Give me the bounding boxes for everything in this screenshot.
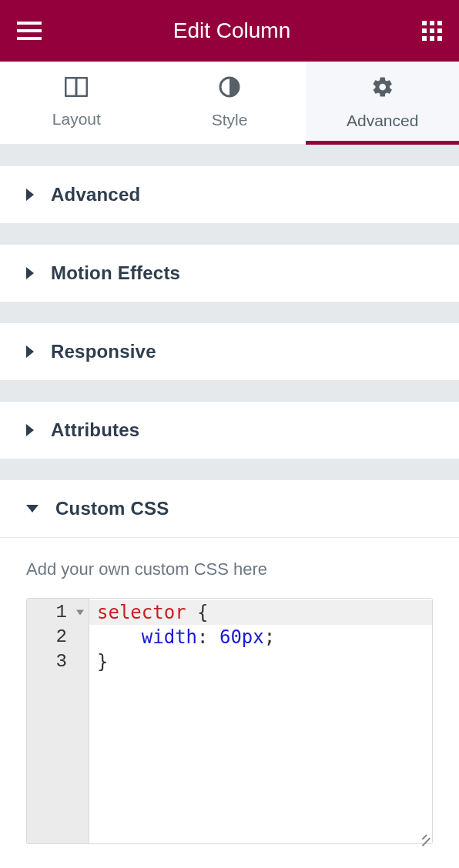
layout-icon bbox=[65, 77, 88, 101]
tab-style[interactable]: Style bbox=[153, 62, 307, 144]
section-gap bbox=[0, 302, 459, 323]
section-custom-css[interactable]: Custom CSS bbox=[0, 480, 459, 537]
svg-rect-3 bbox=[422, 21, 427, 25]
svg-rect-6 bbox=[422, 28, 427, 33]
tab-advanced[interactable]: Advanced bbox=[306, 62, 459, 144]
code-token-brace: { bbox=[186, 602, 209, 623]
svg-rect-0 bbox=[17, 22, 42, 25]
custom-css-panel: Add your own custom CSS here 1 2 3 selec… bbox=[0, 538, 459, 844]
section-title: Custom CSS bbox=[55, 498, 169, 519]
gutter-line: 3 bbox=[27, 649, 89, 674]
svg-rect-8 bbox=[437, 28, 442, 33]
panel-header: Edit Column bbox=[0, 0, 459, 62]
svg-rect-4 bbox=[430, 21, 434, 25]
section-gap bbox=[0, 459, 459, 480]
svg-rect-11 bbox=[437, 36, 442, 41]
gutter-line: 1 bbox=[27, 600, 89, 625]
section-title: Advanced bbox=[51, 184, 140, 205]
svg-rect-7 bbox=[430, 28, 434, 33]
code-area[interactable]: selector { width: 60px; } bbox=[89, 599, 432, 843]
style-icon bbox=[219, 76, 240, 102]
tab-layout[interactable]: Layout bbox=[0, 62, 153, 144]
code-token-brace: } bbox=[97, 651, 108, 673]
code-gutter: 1 2 3 bbox=[27, 599, 89, 843]
tab-label: Advanced bbox=[347, 112, 418, 130]
section-title: Responsive bbox=[51, 341, 156, 362]
tab-bar: Layout Style Advanced bbox=[0, 62, 459, 145]
code-indent bbox=[97, 626, 142, 648]
section-title: Attributes bbox=[51, 419, 139, 441]
code-token-property: width bbox=[142, 626, 197, 648]
chevron-right-icon bbox=[26, 346, 34, 358]
section-responsive[interactable]: Responsive bbox=[0, 323, 459, 380]
section-gap bbox=[0, 380, 459, 402]
custom-css-editor[interactable]: 1 2 3 selector { width: 60px; } bbox=[26, 598, 433, 844]
gear-icon bbox=[371, 75, 394, 102]
custom-css-description: Add your own custom CSS here bbox=[26, 559, 433, 579]
tab-label: Layout bbox=[52, 110, 101, 129]
code-token-selector: selector bbox=[97, 602, 186, 623]
svg-rect-2 bbox=[17, 37, 42, 40]
menu-icon[interactable] bbox=[17, 22, 42, 40]
chevron-right-icon bbox=[26, 424, 34, 436]
chevron-right-icon bbox=[26, 189, 34, 201]
section-gap bbox=[0, 223, 459, 245]
code-token-colon: : bbox=[197, 626, 219, 648]
code-token-semicolon: ; bbox=[264, 626, 275, 648]
line-number: 2 bbox=[56, 625, 67, 649]
resize-handle[interactable] bbox=[417, 828, 431, 842]
section-title: Motion Effects bbox=[51, 262, 180, 284]
apps-icon[interactable] bbox=[422, 21, 442, 41]
line-number: 3 bbox=[56, 649, 67, 674]
section-advanced[interactable]: Advanced bbox=[0, 166, 459, 223]
tab-label: Style bbox=[212, 111, 248, 129]
chevron-right-icon bbox=[26, 267, 34, 279]
fold-icon[interactable] bbox=[76, 610, 84, 616]
section-motion-effects[interactable]: Motion Effects bbox=[0, 245, 459, 302]
svg-rect-10 bbox=[430, 36, 434, 41]
svg-rect-1 bbox=[17, 29, 42, 32]
panel-title: Edit Column bbox=[173, 18, 291, 43]
section-gap bbox=[0, 145, 459, 166]
chevron-down-icon bbox=[26, 505, 39, 512]
gutter-line: 2 bbox=[27, 625, 89, 649]
section-attributes[interactable]: Attributes bbox=[0, 402, 459, 459]
svg-rect-5 bbox=[437, 21, 442, 25]
svg-rect-9 bbox=[422, 36, 427, 41]
line-number: 1 bbox=[56, 600, 67, 625]
code-token-value: 60px bbox=[219, 626, 264, 648]
